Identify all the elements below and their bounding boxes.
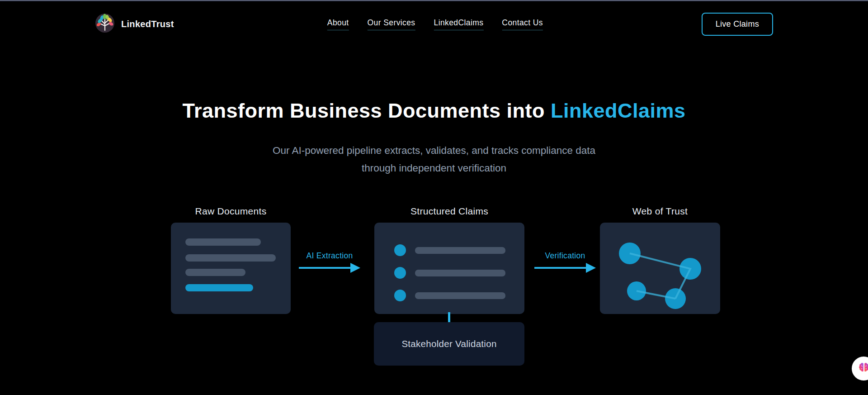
nav-linkedclaims[interactable]: LinkedClaims [434, 18, 484, 30]
stage-title-raw-documents: Raw Documents [171, 206, 291, 217]
validation-connector-line [448, 312, 450, 323]
hero-subtitle-line1: Our AI-powered pipeline extracts, valida… [0, 142, 868, 159]
header: LinkedTrust About Our Services LinkedCla… [0, 1, 868, 47]
claim-row [394, 290, 524, 301]
page-title-prefix: Transform Business Documents into [182, 99, 551, 122]
claim-row [394, 267, 524, 279]
claim-row [394, 244, 524, 256]
verification-label: Verification [532, 250, 599, 261]
chat-widget-button[interactable] [852, 357, 868, 381]
claim-dot-icon [394, 244, 406, 256]
stakeholder-validation-label: Stakeholder Validation [401, 338, 496, 349]
doc-line-bar-highlight [185, 284, 253, 291]
page-title-accent: LinkedClaims [551, 99, 686, 122]
web-of-trust-card [600, 223, 720, 314]
live-claims-button[interactable]: Live Claims [702, 13, 773, 36]
verification-flow: Verification [532, 250, 599, 273]
page: LinkedTrust About Our Services LinkedCla… [0, 0, 868, 395]
stage-title-structured-claims: Structured Claims [374, 206, 524, 217]
nav-about[interactable]: About [327, 18, 349, 30]
ai-extraction-label: AI Extraction [296, 250, 363, 261]
claim-dot-icon [394, 267, 406, 279]
raw-documents-card [171, 223, 291, 314]
hero-subtitle-line2: through independent verification [0, 159, 868, 177]
claim-dot-icon [394, 290, 406, 301]
hero-subtitle: Our AI-powered pipeline extracts, valida… [0, 142, 868, 177]
claim-line-bar [415, 270, 505, 276]
stage-title-web-of-trust: Web of Trust [600, 206, 720, 217]
claim-line-bar [415, 247, 505, 254]
doc-line-bar [185, 238, 261, 246]
tree-logo-icon [95, 13, 115, 35]
ai-extraction-flow: AI Extraction [296, 250, 363, 273]
brand[interactable]: LinkedTrust [95, 13, 174, 35]
brand-name: LinkedTrust [121, 19, 174, 29]
right-arrow-icon [296, 263, 363, 273]
main-nav: About Our Services LinkedClaims Contact … [327, 1, 543, 47]
claim-line-bar [415, 292, 505, 299]
trust-network-graph-icon [600, 223, 720, 314]
right-arrow-icon [532, 263, 599, 273]
doc-line-bar [185, 269, 245, 276]
page-title: Transform Business Documents into Linked… [0, 99, 868, 123]
structured-claims-card [374, 223, 524, 314]
stakeholder-validation-box: Stakeholder Validation [374, 322, 524, 366]
doc-line-bar [185, 254, 276, 262]
nav-our-services[interactable]: Our Services [368, 18, 415, 30]
brain-icon [858, 362, 868, 376]
nav-contact-us[interactable]: Contact Us [502, 18, 543, 30]
